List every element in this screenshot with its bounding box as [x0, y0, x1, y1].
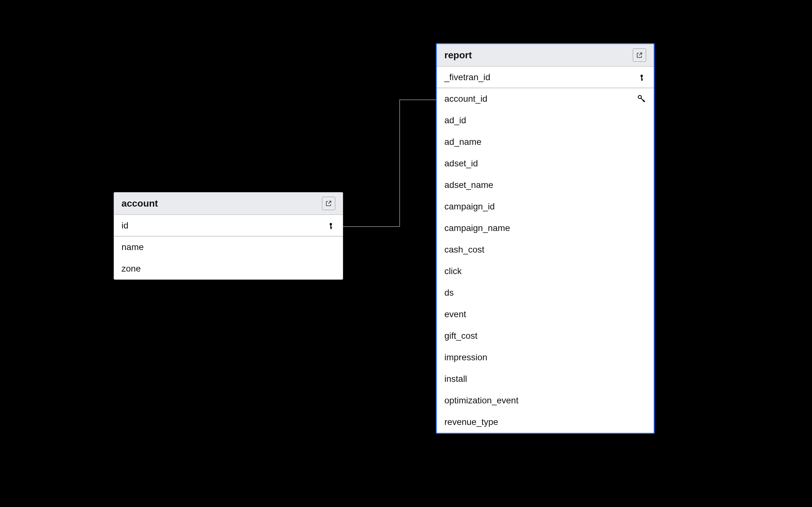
column-row[interactable]: name — [114, 236, 343, 258]
svg-rect-7 — [641, 80, 643, 80]
column-name: adset_id — [444, 158, 478, 169]
primary-key-icon — [637, 73, 646, 82]
column-row[interactable]: campaign_id — [437, 196, 654, 217]
column-row[interactable]: _fivetran_id — [437, 66, 654, 88]
table-account-columns: id name zone — [114, 215, 343, 279]
column-row[interactable]: ds — [437, 282, 654, 303]
column-name: account_id — [444, 94, 487, 104]
external-link-icon[interactable] — [322, 197, 335, 210]
column-row[interactable]: adset_id — [437, 153, 654, 174]
column-row[interactable]: cash_cost — [437, 239, 654, 261]
column-name: id — [121, 221, 129, 231]
external-link-icon[interactable] — [633, 49, 646, 62]
table-account[interactable]: account id name zone — [113, 192, 343, 280]
column-name: click — [444, 266, 461, 276]
column-row[interactable]: zone — [114, 258, 343, 279]
primary-key-icon — [326, 221, 335, 230]
erd-canvas: account id name zone report — [0, 0, 812, 507]
table-report-title: report — [444, 50, 472, 60]
table-report-header: report — [437, 44, 654, 66]
column-row[interactable]: adset_name — [437, 174, 654, 196]
column-name: impression — [444, 352, 487, 362]
column-name: campaign_id — [444, 202, 495, 212]
column-name: ds — [444, 288, 454, 298]
table-account-title: account — [121, 198, 158, 209]
svg-rect-3 — [331, 228, 332, 229]
column-row[interactable]: gift_cost — [437, 325, 654, 347]
column-row[interactable]: event — [437, 303, 654, 325]
table-report-columns: _fivetran_id account_id ad_id ad_name ad… — [437, 66, 654, 433]
column-name: optimization_event — [444, 395, 518, 406]
column-row[interactable]: click — [437, 261, 654, 282]
column-name: name — [121, 242, 144, 252]
svg-point-0 — [329, 223, 332, 225]
column-name: cash_cost — [444, 245, 484, 255]
column-name: campaign_name — [444, 223, 510, 233]
svg-rect-2 — [331, 227, 333, 228]
column-name: adset_name — [444, 180, 493, 190]
column-row[interactable]: ad_id — [437, 110, 654, 131]
column-name: _fivetran_id — [444, 72, 490, 82]
column-row[interactable]: account_id — [437, 88, 654, 110]
svg-rect-6 — [641, 78, 643, 79]
svg-point-4 — [641, 74, 643, 77]
column-name: ad_id — [444, 115, 466, 125]
column-name: revenue_type — [444, 417, 498, 427]
column-row[interactable]: impression — [437, 347, 654, 368]
column-name: event — [444, 309, 466, 320]
table-account-header: account — [114, 192, 343, 215]
foreign-key-icon — [637, 95, 646, 103]
column-name: ad_name — [444, 137, 481, 147]
column-row[interactable]: id — [114, 215, 343, 236]
column-row[interactable]: install — [437, 368, 654, 390]
column-row[interactable]: ad_name — [437, 131, 654, 153]
column-row[interactable]: revenue_type — [437, 411, 654, 433]
column-name: gift_cost — [444, 331, 477, 341]
column-row[interactable]: optimization_event — [437, 390, 654, 411]
column-name: zone — [121, 264, 141, 274]
column-row[interactable]: campaign_name — [437, 217, 654, 239]
column-name: install — [444, 374, 467, 384]
table-report[interactable]: report _fivetran_id account_id ad_id — [436, 43, 655, 434]
